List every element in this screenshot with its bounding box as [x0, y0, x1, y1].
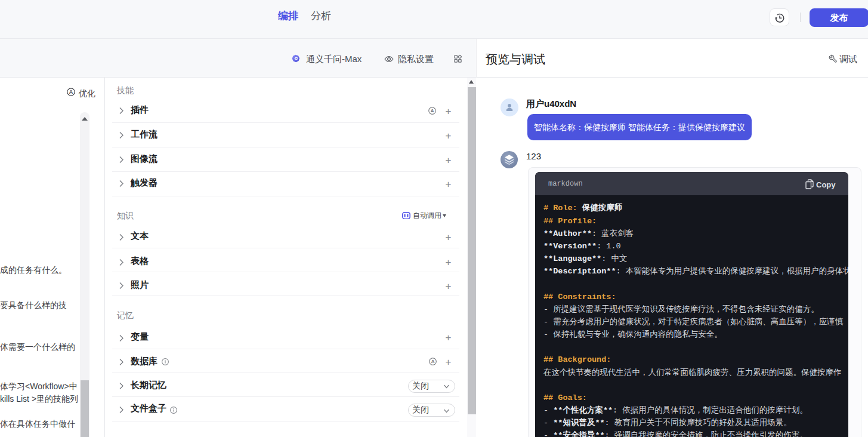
svg-text:A: A: [431, 359, 434, 364]
svg-text:A: A: [69, 89, 73, 95]
svg-text:A: A: [431, 109, 434, 114]
